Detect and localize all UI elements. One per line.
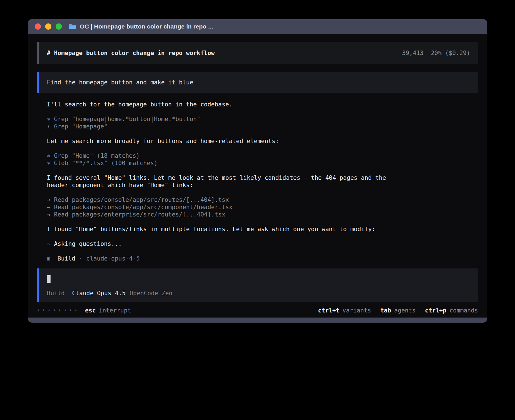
zoom-button[interactable] — [56, 23, 62, 30]
session-header: # Homepage button color change in repo w… — [37, 42, 478, 64]
token-count: 39,413 — [402, 49, 424, 57]
session-stats: 39,413 20% ($0.29) — [402, 49, 470, 57]
agent-separator: · — [79, 255, 83, 262]
assistant-paragraph: I found "Home" buttons/links in multiple… — [47, 226, 397, 233]
assistant-paragraph: Let me search more broadly for buttons a… — [47, 137, 397, 145]
session-title: # Homepage button color change in repo w… — [47, 49, 215, 57]
input-provider: OpenCode Zen — [130, 290, 173, 297]
prompt-input[interactable]: Build Claude Opus 4.5 OpenCode Zen — [37, 268, 478, 302]
minimize-button[interactable] — [45, 23, 51, 30]
tool-call-group: → Read packages/console/app/src/routes/[… — [47, 196, 478, 218]
close-button[interactable] — [35, 23, 41, 30]
agent-icon: ▣ — [47, 255, 50, 262]
esc-key-hint: esc — [85, 307, 96, 314]
tab-key-hint: tab — [380, 307, 391, 314]
assistant-transcript: I'll search for the homepage button in t… — [37, 101, 478, 262]
terminal-content: # Homepage button color change in repo w… — [28, 34, 487, 318]
tool-call-read: → Read packages/console/app/src/componen… — [47, 204, 478, 211]
tool-call-group: ∗ Grep "homepage|home.*button|Home.*butt… — [47, 115, 478, 130]
shortcut-variants: ctrl+t variants — [318, 307, 371, 314]
tool-call-grep: ∗ Grep "Home" (18 matches) — [47, 152, 478, 159]
spinner-dots: •••••••• — [37, 307, 80, 314]
agent-model: claude-opus-4-5 — [86, 255, 140, 262]
tool-call-read: → Read packages/console/app/src/routes/[… — [47, 196, 478, 204]
agent-status-line: ▣ Build · claude-opus-4-5 — [47, 255, 478, 262]
tool-call-group: ∗ Grep "Home" (18 matches) ∗ Glob "**/*.… — [47, 152, 478, 167]
user-message-text: Find the homepage button and make it blu… — [47, 79, 193, 86]
tool-call-grep: ∗ Grep "Homepage" — [47, 123, 478, 130]
interrupt-label: interrupt — [99, 307, 131, 314]
ctrl-t-key-hint: ctrl+t — [318, 307, 339, 314]
commands-label: commands — [449, 307, 478, 314]
user-message: Find the homepage button and make it blu… — [37, 72, 478, 93]
input-mode[interactable]: Build — [47, 290, 65, 297]
ctrl-p-key-hint: ctrl+p — [425, 307, 446, 314]
tool-call-glob: ∗ Glob "**/*.tsx" (100 matches) — [47, 159, 478, 167]
status-bar: •••••••• esc interrupt ctrl+t variants t… — [37, 307, 478, 314]
tool-call-grep: ∗ Grep "homepage|home.*button|Home.*butt… — [47, 115, 478, 123]
folder-icon — [69, 23, 76, 30]
shortcut-agents: tab agents — [380, 307, 416, 314]
statusbar-left: •••••••• esc interrupt — [37, 307, 131, 314]
input-model[interactable]: Claude Opus 4.5 — [72, 290, 126, 297]
assistant-paragraph: I found several "Home" links. Let me loo… — [47, 174, 397, 189]
traffic-lights — [35, 23, 62, 30]
variants-label: variants — [342, 307, 371, 314]
terminal-window: OC | Homepage button color change in rep… — [28, 19, 487, 323]
tool-call-read: → Read packages/enterprise/src/routes/[.… — [47, 211, 478, 218]
window-title: OC | Homepage button color change in rep… — [80, 23, 213, 30]
agents-label: agents — [394, 307, 416, 314]
text-cursor — [47, 275, 51, 283]
asking-questions-status: ~ Asking questions... — [47, 240, 397, 248]
context-usage: 20% ($0.29) — [431, 49, 470, 57]
assistant-paragraph: I'll search for the homepage button in t… — [47, 101, 397, 108]
statusbar-shortcuts: ctrl+t variants tab agents ctrl+p comman… — [318, 307, 478, 314]
window-titlebar: OC | Homepage button color change in rep… — [28, 19, 487, 34]
shortcut-commands: ctrl+p commands — [425, 307, 478, 314]
agent-name: Build — [57, 255, 75, 262]
input-meta: Build Claude Opus 4.5 OpenCode Zen — [47, 290, 470, 297]
